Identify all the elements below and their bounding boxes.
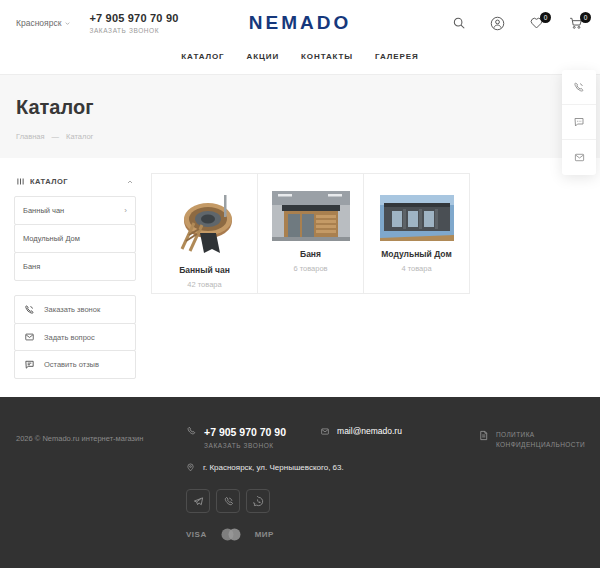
sidebar: Каталог Банный чан › Модульный Дом Баня … [14, 173, 136, 379]
main-content: Каталог Банный чан › Модульный Дом Баня … [0, 158, 600, 379]
category-title: Модульный Дом [381, 249, 451, 259]
privacy-policy-label: Политика конфиденциальности [496, 430, 585, 451]
sidebar-item-label: Баня [23, 262, 40, 271]
category-card-bath-tub[interactable]: Банный чан 42 товара [151, 173, 258, 294]
cart-icon[interactable]: 0 [568, 16, 584, 30]
footer-contacts-column: +7 905 970 70 90 Заказать звонок mail@ne… [186, 397, 478, 568]
sidebar-item-sauna[interactable]: Баня [14, 252, 136, 281]
footer-address-row: г. Красноярск, ул. Чернышевского, 63. [186, 462, 478, 473]
wooden-hot-tub-image [174, 187, 236, 257]
mastercard-icon [220, 528, 242, 541]
nav-item-contacts[interactable]: Контакты [301, 52, 353, 61]
footer-copyright-column: 2026 © Nemado.ru интернет-магазин [16, 397, 186, 568]
main-nav: Каталог Акции Контакты Галерея [0, 46, 600, 74]
chevron-down-icon [64, 20, 71, 27]
mail-icon [320, 427, 330, 436]
callback-link[interactable]: Заказать звонок [89, 27, 178, 34]
sidebar-item-modular-house[interactable]: Модульный Дом [14, 224, 136, 253]
breadcrumb: Главная — Каталог [16, 132, 584, 141]
leave-review-label: Оставить отзыв [44, 360, 99, 369]
whatsapp-icon[interactable] [246, 489, 270, 513]
leave-review-button[interactable]: Оставить отзыв [14, 350, 136, 379]
header-phone-block: +7 905 970 70 90 Заказать звонок [89, 12, 178, 34]
footer-address: г. Красноярск, ул. Чернышевского, 63. [203, 463, 344, 472]
ask-question-button[interactable]: Задать вопрос [14, 323, 136, 351]
mail-icon[interactable] [562, 140, 596, 175]
cart-count-badge: 0 [580, 12, 591, 23]
account-icon[interactable] [490, 16, 505, 31]
floating-contact-panel [562, 70, 596, 175]
modular-house-image [380, 187, 454, 241]
city-selector[interactable]: Красноярск [16, 18, 71, 28]
chevron-up-icon [126, 178, 134, 186]
page-hero: Каталог Главная — Каталог [0, 74, 600, 158]
city-label: Красноярск [16, 18, 61, 28]
location-pin-icon [186, 462, 195, 473]
breadcrumb-current: Каталог [66, 132, 93, 141]
order-call-button[interactable]: Заказать звонок [14, 295, 136, 324]
footer-payments: VISA МИР [186, 528, 478, 541]
telegram-icon[interactable] [186, 489, 210, 513]
category-title: Банный чан [179, 265, 230, 275]
privacy-policy-link[interactable]: Политика конфиденциальности [478, 430, 584, 451]
footer-callback-link[interactable]: Заказать звонок [204, 442, 286, 449]
wishlist-icon[interactable]: 0 [529, 16, 544, 30]
category-count: 6 товаров [293, 264, 327, 273]
visa-logo: VISA [186, 530, 207, 539]
category-card-sauna[interactable]: Баня 6 товаров [257, 173, 364, 294]
chat-bubble-icon[interactable] [562, 105, 596, 140]
sidebar-item-bath-tub[interactable]: Банный чан › [14, 196, 136, 225]
nav-item-sales[interactable]: Акции [247, 52, 280, 61]
phone-number[interactable]: +7 905 970 70 90 [89, 12, 178, 24]
sidebar-item-label: Банный чан [23, 206, 64, 215]
category-cards: Банный чан 42 товара Баня 6 т [152, 173, 470, 379]
sidebar-header-label: Каталог [30, 177, 68, 186]
category-title: Баня [300, 249, 321, 259]
category-count: 42 товара [187, 280, 221, 289]
document-icon [478, 430, 489, 441]
order-call-label: Заказать звонок [44, 305, 100, 314]
sauna-cabin-image [272, 187, 350, 241]
ask-question-label: Задать вопрос [44, 333, 95, 342]
list-icon [16, 177, 25, 186]
footer: 2026 © Nemado.ru интернет-магазин +7 905… [0, 397, 600, 568]
mir-logo: МИР [255, 530, 274, 539]
phone-icon [24, 304, 35, 315]
footer-phone-number[interactable]: +7 905 970 70 90 [204, 426, 286, 438]
footer-email-group[interactable]: mail@nemado.ru [320, 426, 402, 436]
breadcrumb-home[interactable]: Главная [16, 132, 45, 141]
category-count: 4 товара [401, 264, 431, 273]
nav-item-gallery[interactable]: Галерея [375, 52, 419, 61]
chevron-right-icon: › [124, 207, 127, 215]
footer-privacy-column: Политика конфиденциальности [478, 397, 584, 568]
header-icons: 0 0 [452, 16, 584, 31]
sidebar-catalog-header[interactable]: Каталог [14, 173, 136, 197]
callback-phone-icon[interactable] [562, 70, 596, 105]
search-icon[interactable] [452, 16, 466, 30]
footer-socials [186, 489, 478, 513]
sidebar-actions: Заказать звонок Задать вопрос Оставить о… [14, 295, 136, 379]
category-card-modular-house[interactable]: Модульный Дом 4 товара [363, 173, 470, 294]
breadcrumb-separator: — [52, 132, 60, 141]
footer-email: mail@nemado.ru [337, 426, 402, 436]
copyright-text: 2026 © Nemado.ru интернет-магазин [16, 434, 186, 443]
logo[interactable]: NEMADO [249, 12, 351, 34]
footer-phone-group: +7 905 970 70 90 Заказать звонок [186, 426, 286, 449]
review-bubble-icon [24, 359, 35, 370]
nav-item-catalog[interactable]: Каталог [181, 52, 224, 61]
viber-phone-icon[interactable] [216, 489, 240, 513]
header: Красноярск +7 905 970 70 90 Заказать зво… [0, 0, 600, 46]
mail-icon [24, 332, 35, 342]
page-title: Каталог [16, 96, 584, 119]
phone-icon [186, 426, 196, 449]
wishlist-count-badge: 0 [540, 12, 551, 23]
sidebar-item-label: Модульный Дом [23, 234, 80, 243]
